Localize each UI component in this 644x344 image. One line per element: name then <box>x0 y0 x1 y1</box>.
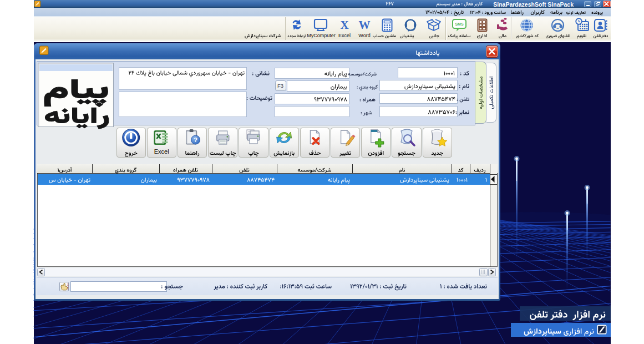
svg-text:SMS: SMS <box>455 22 464 26</box>
svg-text:?: ? <box>194 136 197 143</box>
